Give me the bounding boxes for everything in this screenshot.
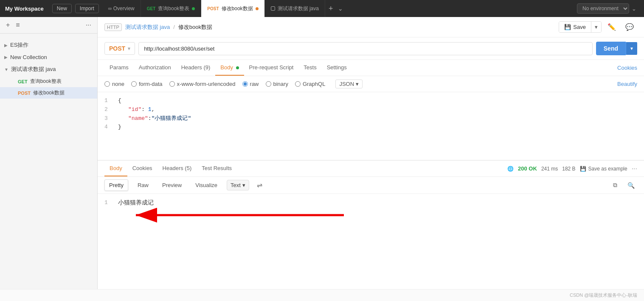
sidebar-item-post-book[interactable]: POST 修改book数据 [0,87,97,99]
get-book-label: 查询book整表 [30,78,62,85]
save-label: Save [573,24,586,30]
tab-get-dot [192,7,195,10]
cookies-link[interactable]: Cookies [617,65,637,71]
resp-visualize-button[interactable]: Visualize [191,180,222,190]
save-button-group: 💾 Save ▾ [559,21,602,33]
response-tabs-bar: Body Cookies Headers (5) Test Results 🌐 … [98,161,644,177]
sidebar-item-new-collection[interactable]: ▶ New Collection [0,51,97,63]
breadcrumb-sep: / [173,24,175,30]
new-tab-button[interactable]: + [325,4,337,13]
resp-type-label: Text [231,182,241,188]
method-dropdown-arrow: ▾ [128,46,130,51]
send-dropdown-button[interactable]: ▾ [626,42,637,55]
resp-tab-headers[interactable]: Headers (5) [157,161,197,176]
req-tab-headers[interactable]: Headers (9) [176,60,216,76]
request-tabs: Params Authorization Headers (9) Body Pr… [98,60,644,76]
save-icon: 💾 [564,24,571,30]
resp-tab-test-results[interactable]: Test Results [197,161,237,176]
tabs-chevron[interactable]: ⌄ [336,5,345,12]
binary-option[interactable]: binary [266,81,288,87]
code-line-2: 2 "id": 1, [104,105,637,114]
req-tab-settings[interactable]: Settings [322,60,352,76]
req-tab-params[interactable]: Params [104,60,134,76]
sidebar-more-button[interactable]: ··· [84,20,93,30]
get-book-method: GET [18,79,28,84]
tab-get-book[interactable]: GET 查询book整表 [141,0,202,17]
save-main-button[interactable]: 💾 Save [559,22,591,32]
breadcrumb-bar: HTTP 测试请求数据 java / 修改book数据 💾 Save ▾ ✏️ … [98,17,644,37]
url-bar: POST ▾ Send ▾ [98,37,644,60]
resp-preview-button[interactable]: Preview [158,180,186,190]
sidebar-item-test-java[interactable]: ▼ 测试请求数据 java [0,63,97,76]
raw-option[interactable]: raw [242,81,259,87]
breadcrumb-current: 修改book数据 [178,23,212,31]
send-button-group: Send ▾ [596,42,637,55]
resp-line-num-1: 1 [104,198,111,208]
sidebar-add-button[interactable]: + [4,20,11,30]
url-input[interactable] [138,42,593,55]
body-dot [236,66,239,69]
resp-tab-body[interactable]: Body [104,161,127,176]
http-badge: HTTP [104,23,122,31]
send-button[interactable]: Send [596,42,626,55]
resp-search-button[interactable]: 🔍 [625,181,637,190]
import-button[interactable]: Import [75,4,99,13]
tab-get-method: GET [147,6,156,11]
test-java-chevron: ▼ [4,67,8,72]
method-select[interactable]: POST ▾ [104,42,135,55]
req-tab-pre-request[interactable]: Pre-request Script [244,60,299,76]
tab-test-java[interactable]: 测试请求数据 java [265,0,325,17]
globe-icon: 🌐 [507,166,514,172]
resp-line-1: 1 小猫猫养成记 [104,198,637,208]
tab-post-dot [256,7,259,10]
resp-filter-button[interactable]: ⇌ [254,180,265,190]
response-more-button[interactable]: ··· [632,165,637,173]
urlencoded-option[interactable]: x-www-form-urlencoded [169,81,236,87]
resp-type-select[interactable]: Text ▾ [227,180,249,190]
resp-tab-cookies[interactable]: Cookies [127,161,157,176]
sidebar: + ≡ ··· ▶ ES操作 ▶ New Collection ▼ [0,17,98,289]
response-section: Body Cookies Headers (5) Test Results 🌐 … [98,160,644,289]
tab-overview[interactable]: ∞ Overview [102,0,141,17]
sidebar-item-get-book[interactable]: GET 查询book整表 [0,76,97,87]
save-example-button[interactable]: 💾 Save as example [580,166,627,172]
sidebar-item-es[interactable]: ▶ ES操作 [0,39,97,51]
response-time: 241 ms [541,166,558,172]
tab-post-book[interactable]: POST 修改book数据 [201,0,264,17]
response-status: 200 OK [518,165,537,172]
response-body-options: Pretty Raw Preview Visualize Text ▾ ⇌ ⧉ … [98,177,644,194]
json-type-label: JSON [339,81,354,87]
none-option[interactable]: none [104,81,124,87]
sidebar-new-collection-label: New Collection [10,54,47,60]
code-editor[interactable]: 1 { 2 "id": 1, 3 "name":"小猫猫养成记" 4 } [98,92,644,160]
environment-select[interactable]: No environment [577,3,629,14]
code-line-4: 4 } [104,123,637,132]
response-meta: 🌐 200 OK 241 ms 182 B 💾 Save as example … [507,165,637,173]
toolbar-right: 💾 Save ▾ ✏️ 💬 [559,21,637,33]
req-tab-body[interactable]: Body [215,60,244,76]
form-data-option[interactable]: form-data [131,81,163,87]
env-chevron[interactable]: ⌄ [629,6,639,12]
tab-post-label: 修改book数据 [222,5,253,12]
edit-button[interactable]: ✏️ [604,21,619,33]
tab-test-label: 测试请求数据 java [278,5,319,12]
resp-copy-button[interactable]: ⧉ [610,180,620,190]
new-button[interactable]: New [52,4,72,13]
resp-pretty-button[interactable]: Pretty [104,179,128,191]
resp-type-arrow: ▾ [242,182,245,188]
method-label: POST [109,45,125,52]
graphql-option[interactable]: GraphQL [295,81,325,87]
sidebar-test-java-label: 测试请求数据 java [11,65,56,73]
code-line-3: 3 "name":"小猫猫养成记" [104,114,637,123]
beautify-button[interactable]: Beautify [617,81,637,87]
breadcrumb-parent[interactable]: 测试请求数据 java [125,23,170,31]
save-dropdown-button[interactable]: ▾ [591,22,601,32]
sidebar-es-label: ES操作 [10,41,28,49]
json-type-select[interactable]: JSON ▾ [335,80,363,88]
resp-raw-button[interactable]: Raw [133,180,153,190]
req-tab-tests[interactable]: Tests [298,60,321,76]
sidebar-filter-button[interactable]: ≡ [14,20,21,30]
code-line-1: 1 { [104,97,637,105]
req-tab-auth[interactable]: Authorization [134,60,176,76]
comment-button[interactable]: 💬 [622,21,637,33]
